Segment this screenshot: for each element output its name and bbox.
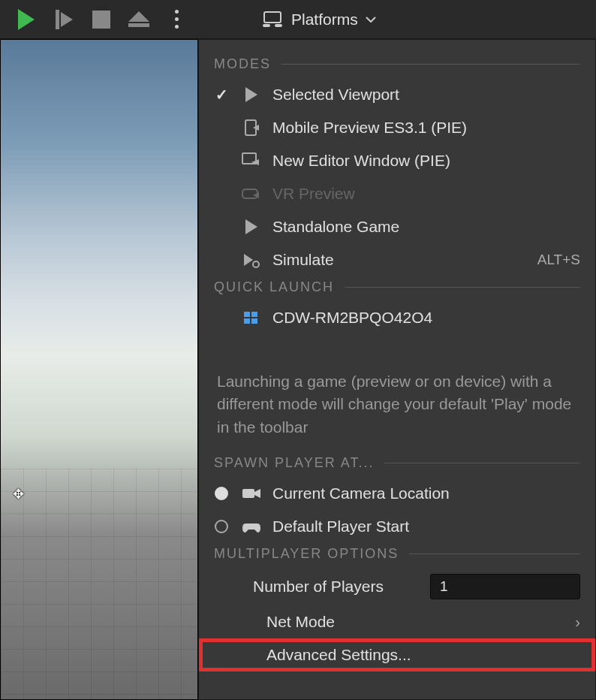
play-button[interactable] [9, 5, 44, 35]
radio-icon [215, 520, 228, 533]
spawn-label: Default Player Start [272, 517, 580, 536]
chevron-down-icon [366, 17, 376, 23]
mode-mobile-preview[interactable]: Mobile Preview ES3.1 (PIE) [199, 111, 595, 144]
stop-icon [92, 11, 110, 29]
window-icon [241, 152, 262, 170]
play-options-menu: MODES ✓ Selected Viewport Mobile Preview… [198, 39, 596, 700]
options-button[interactable] [159, 5, 194, 35]
eject-button[interactable] [122, 5, 156, 35]
camera-icon [241, 484, 262, 502]
svg-rect-5 [242, 189, 257, 198]
move-cursor-icon: ✥ [13, 486, 29, 502]
viewport[interactable]: ✥ [0, 39, 198, 700]
play-icon [18, 9, 35, 30]
mode-label: VR Preview [272, 185, 580, 203]
svg-rect-8 [251, 312, 257, 317]
simulate-icon [241, 251, 262, 269]
multiplayer-section-header: MULTIPLAYER OPTIONS [199, 543, 595, 568]
svg-rect-2 [275, 24, 282, 27]
platforms-button[interactable]: Platforms [252, 8, 385, 32]
svg-point-6 [253, 261, 259, 267]
number-of-players-row: Number of Players [199, 568, 595, 605]
dots-icon [175, 10, 179, 29]
stop-button[interactable] [84, 5, 119, 35]
chevron-right-icon: › [575, 614, 580, 631]
svg-rect-0 [264, 12, 281, 23]
toolbar: Platforms [0, 0, 596, 39]
eject-icon [128, 11, 149, 27]
spawn-current-camera[interactable]: Current Camera Location [199, 477, 595, 510]
multiplayer-label: MULTIPLAYER OPTIONS [214, 546, 399, 562]
quick-launch-label: QUICK LAUNCH [214, 279, 334, 295]
play-triangle-icon [241, 86, 262, 104]
modes-section-header: MODES [199, 53, 595, 78]
platforms-icon [261, 11, 284, 29]
mode-label: Simulate [272, 251, 527, 269]
vr-icon [241, 185, 262, 203]
mobile-icon [241, 119, 262, 137]
quick-launch-section-header: QUICK LAUNCH [199, 276, 595, 301]
mode-simulate[interactable]: Simulate ALT+S [199, 243, 595, 276]
net-mode-label: Net Mode [212, 613, 564, 631]
radio-icon [215, 487, 228, 500]
step-button[interactable] [47, 5, 81, 35]
svg-rect-7 [244, 312, 250, 317]
viewport-ground [1, 469, 197, 699]
advanced-settings-label: Advanced Settings... [212, 646, 580, 664]
mode-new-editor-window[interactable]: New Editor Window (PIE) [199, 144, 595, 177]
shortcut-label: ALT+S [537, 252, 580, 268]
svg-rect-10 [251, 318, 257, 324]
mode-selected-viewport[interactable]: ✓ Selected Viewport [199, 78, 595, 111]
platforms-label: Platforms [291, 11, 358, 29]
svg-rect-1 [263, 24, 270, 27]
number-of-players-input[interactable] [430, 574, 580, 599]
quick-launch-device[interactable]: CDW-RM2BPQO42O4 [199, 301, 595, 334]
mode-label: Standalone Game [272, 218, 580, 236]
spawn-label: SPAWN PLAYER AT... [214, 455, 374, 471]
mode-label: Mobile Preview ES3.1 (PIE) [272, 119, 580, 137]
mode-label: New Editor Window (PIE) [272, 152, 580, 170]
step-icon [56, 10, 73, 29]
mode-vr-preview: VR Preview [199, 177, 595, 210]
device-label: CDW-RM2BPQO42O4 [272, 309, 580, 327]
advanced-settings-item[interactable]: Advanced Settings... [199, 638, 595, 671]
mode-label: Selected Viewport [272, 86, 580, 104]
net-mode-item[interactable]: Net Mode › [199, 605, 595, 638]
svg-rect-9 [244, 318, 250, 324]
number-of-players-label: Number of Players [214, 578, 418, 596]
play-triangle-icon [241, 218, 262, 236]
modes-label: MODES [214, 56, 271, 72]
check-icon: ✓ [215, 86, 228, 104]
svg-rect-11 [242, 489, 254, 498]
controller-icon [241, 517, 262, 536]
spawn-section-header: SPAWN PLAYER AT... [199, 452, 595, 477]
spawn-label: Current Camera Location [272, 484, 580, 502]
info-text: Launching a game (preview or on device) … [199, 361, 595, 452]
mode-standalone-game[interactable]: Standalone Game [199, 210, 595, 243]
windows-icon [241, 309, 262, 327]
spawn-default-start[interactable]: Default Player Start [199, 510, 595, 543]
